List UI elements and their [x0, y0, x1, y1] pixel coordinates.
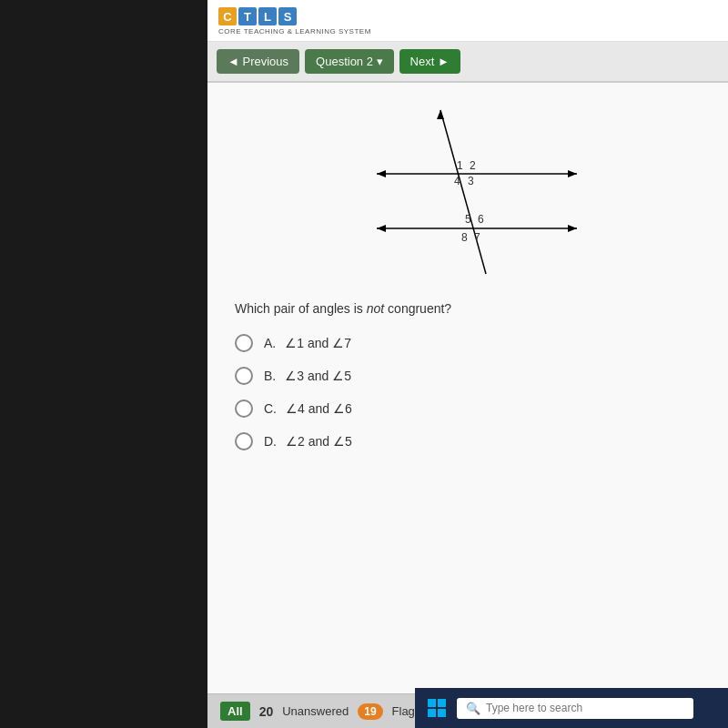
logo-t: T — [238, 7, 257, 25]
question-italic-word: not — [367, 301, 384, 316]
svg-rect-16 — [428, 699, 436, 707]
svg-text:6: 6 — [478, 213, 484, 226]
logo-c: C — [218, 7, 237, 25]
svg-rect-17 — [438, 699, 446, 707]
choice-c[interactable]: C. ∠4 and ∠6 — [235, 399, 701, 418]
choice-c-text: ∠4 and ∠6 — [286, 401, 352, 416]
unanswered-count-badge: 19 — [358, 703, 382, 720]
choice-a-letter: A. — [264, 336, 276, 350]
logo-box: C T L S — [218, 7, 297, 25]
svg-marker-4 — [568, 170, 577, 177]
choice-c-letter: C. — [264, 401, 277, 416]
svg-text:4: 4 — [454, 175, 460, 187]
svg-marker-3 — [377, 170, 386, 177]
main-content-panel: C T L S CORE TEACHING & LEARNING SYSTEM … — [207, 0, 728, 728]
diagram-container: 1 2 4 3 5 6 8 7 — [235, 101, 701, 283]
svg-marker-10 — [377, 225, 386, 232]
logo-subtitle: CORE TEACHING & LEARNING SYSTEM — [218, 27, 371, 35]
svg-marker-11 — [568, 225, 577, 232]
choice-c-label: C. ∠4 and ∠6 — [264, 401, 352, 416]
geometry-diagram: 1 2 4 3 5 6 8 7 — [331, 101, 604, 283]
choice-b-letter: B. — [264, 369, 276, 383]
svg-rect-19 — [438, 709, 446, 717]
question-area: 1 2 4 3 5 6 8 7 Which pair of angles is … — [207, 83, 728, 693]
search-icon: 🔍 — [466, 702, 480, 715]
next-button[interactable]: Next ► — [399, 49, 460, 74]
question-text: Which pair of angles is not congruent? — [235, 301, 701, 316]
all-count: 20 — [259, 704, 274, 719]
all-label[interactable]: All — [220, 702, 250, 721]
logo-s: S — [278, 7, 297, 25]
choice-b[interactable]: B. ∠3 and ∠5 — [235, 367, 701, 385]
answer-choices: A. ∠1 and ∠7 B. ∠3 and ∠5 C. ∠4 and ∠6 — [235, 334, 701, 450]
radio-c[interactable] — [235, 399, 253, 418]
question-text-after: congruent? — [384, 301, 451, 316]
choice-a-text: ∠1 and ∠7 — [285, 336, 351, 350]
radio-d[interactable] — [235, 432, 253, 450]
svg-text:3: 3 — [468, 175, 474, 187]
choice-b-text: ∠3 and ∠5 — [285, 369, 351, 383]
windows-start-icon[interactable] — [424, 695, 450, 721]
choice-a-label: A. ∠1 and ∠7 — [264, 336, 351, 350]
svg-text:8: 8 — [461, 231, 468, 244]
svg-marker-1 — [437, 110, 444, 119]
unanswered-label: Unanswered — [282, 704, 349, 718]
taskbar-search-input[interactable] — [486, 702, 684, 714]
choice-d-letter: D. — [264, 434, 277, 449]
choice-d-text: ∠2 and ∠5 — [286, 434, 352, 449]
svg-text:5: 5 — [465, 213, 471, 226]
taskbar: 🔍 ⊞ — [415, 688, 728, 728]
choice-d[interactable]: D. ∠2 and ∠5 — [235, 432, 701, 450]
prev-button[interactable]: ◄ Previous — [217, 49, 299, 74]
choice-b-label: B. ∠3 and ∠5 — [264, 369, 351, 383]
question-selector-button[interactable]: Question 2 ▾ — [305, 49, 394, 74]
svg-text:7: 7 — [474, 231, 480, 244]
logo-header: C T L S CORE TEACHING & LEARNING SYSTEM — [207, 0, 728, 42]
logo-l: L — [258, 7, 277, 25]
nav-bar: ◄ Previous Question 2 ▾ Next ► — [207, 42, 728, 83]
radio-b[interactable] — [235, 367, 253, 385]
choice-d-label: D. ∠2 and ∠5 — [264, 434, 352, 449]
svg-line-0 — [440, 110, 486, 274]
radio-a[interactable] — [235, 334, 253, 352]
taskbar-search-bar[interactable]: 🔍 — [457, 698, 693, 719]
dark-background — [0, 0, 209, 728]
svg-text:1: 1 — [457, 159, 463, 172]
question-text-before: Which pair of angles is — [235, 301, 367, 316]
choice-a[interactable]: A. ∠1 and ∠7 — [235, 334, 701, 352]
svg-rect-18 — [428, 709, 436, 717]
svg-text:2: 2 — [470, 159, 476, 172]
